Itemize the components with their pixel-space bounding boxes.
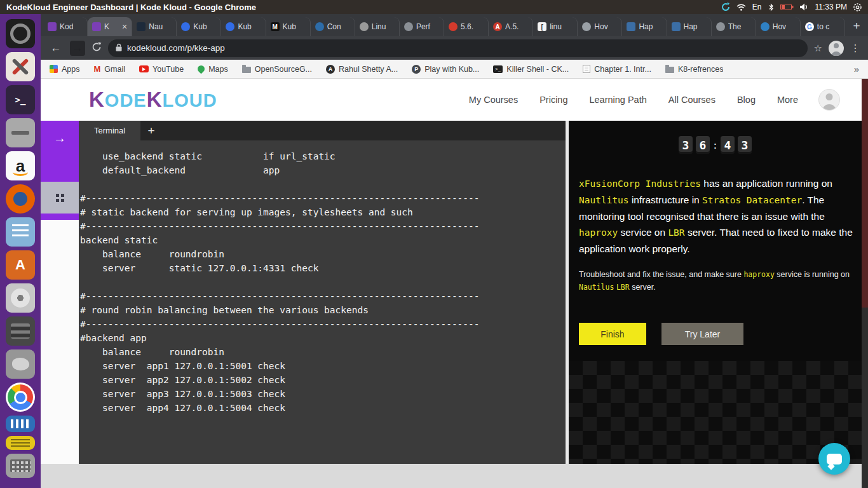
bookmark-item[interactable]: Chapter 1. Intr...	[583, 65, 651, 74]
app-icon-software-center[interactable]: A	[6, 250, 35, 280]
tab-title: to c	[817, 22, 840, 31]
tab-title: Kub	[283, 22, 306, 31]
battery-icon[interactable]	[780, 3, 794, 11]
url-text[interactable]: kodekloud.com/p/kke-app	[127, 43, 225, 53]
browser-toolbar: ← → kodekloud.com/p/kke-app ☆ ⋮	[41, 36, 868, 60]
terminal-new-tab-button[interactable]: +	[140, 121, 162, 140]
nav-blog[interactable]: Blog	[737, 95, 756, 105]
bookmark-item[interactable]: Apps	[50, 65, 80, 74]
drag-handle[interactable]	[41, 182, 79, 214]
user-avatar[interactable]	[818, 89, 840, 111]
bookmark-icon	[665, 67, 674, 73]
task-panel: 36:43 xFusionCorp Industries has an appl…	[569, 121, 862, 464]
browser-tab[interactable]: Kub	[177, 17, 221, 36]
bookmark-item[interactable]: ARahul Shetty A...	[326, 65, 398, 74]
app-icon-disks[interactable]	[6, 283, 35, 313]
session-menu-icon[interactable]	[853, 3, 862, 11]
scrollbar-thumb[interactable]	[862, 79, 868, 308]
bookmark-star-icon[interactable]: ☆	[814, 43, 822, 54]
browser-tab[interactable]: Hap	[622, 17, 667, 36]
nav-all-courses[interactable]: All Courses	[668, 95, 715, 105]
browser-tab[interactable]: Hov	[756, 17, 801, 36]
bluetooth-icon[interactable]	[768, 3, 774, 11]
browser-tab[interactable]: Hov	[578, 17, 622, 36]
desktop: KodeKloud Engineer Dashboard | Kode Klou…	[0, 0, 868, 488]
bookmark-label: Apps	[62, 65, 80, 74]
tab-title: Nau	[149, 22, 172, 31]
browser-tab[interactable]: The	[712, 17, 756, 36]
chat-widget-button[interactable]	[818, 443, 850, 475]
nav-pricing[interactable]: Pricing	[539, 95, 567, 105]
nav-more[interactable]: More	[777, 95, 798, 105]
bookmarks-overflow-icon[interactable]: »	[854, 64, 859, 74]
nav-my-courses[interactable]: My Courses	[469, 95, 518, 105]
app-icon-settings[interactable]	[6, 19, 35, 48]
address-bar[interactable]: kodekloud.com/p/kke-app	[108, 39, 808, 57]
browser-tab[interactable]: Linu	[355, 17, 400, 36]
tab-favicon	[404, 22, 413, 31]
terminal-line: balance roundrobin	[80, 345, 566, 359]
bookmark-item[interactable]: OpenSourceG...	[242, 65, 312, 74]
app-icon-image-tool[interactable]	[6, 349, 35, 379]
app-icon-text-editor[interactable]	[6, 217, 35, 247]
bookmark-item[interactable]: YouTube	[139, 65, 184, 74]
app-icon-firefox[interactable]	[6, 184, 35, 214]
kodekloud-logo[interactable]: KODEKLOUD	[89, 88, 217, 112]
tab-close-icon[interactable]: ×	[122, 22, 127, 31]
lock-icon[interactable]	[116, 43, 122, 53]
browser-tab[interactable]: Perf	[400, 17, 444, 36]
browser-menu-icon[interactable]: ⋮	[850, 42, 860, 54]
browser-tab[interactable]: Kub	[221, 17, 266, 36]
terminal-body[interactable]: use_backend static if url_static default…	[79, 140, 566, 464]
quiz-sidebar: →	[41, 121, 79, 220]
browser-tab[interactable]: 5.6.	[444, 17, 489, 36]
tab-title: Linu	[372, 22, 395, 31]
bookmark-item[interactable]: Maps	[198, 65, 228, 74]
page-scrollbar[interactable]	[862, 79, 868, 488]
browser-tab[interactable]: MKub	[266, 17, 311, 36]
back-button[interactable]: ←	[48, 43, 64, 53]
bookmark-item[interactable]: >_Killer Shell - CK...	[493, 65, 569, 74]
browser-tab[interactable]: Kod	[43, 17, 88, 36]
browser-tab[interactable]: Gto c	[801, 17, 845, 36]
language-indicator[interactable]: En	[752, 3, 762, 11]
tab-favicon	[92, 22, 101, 31]
bookmark-item[interactable]: MGmail	[94, 64, 126, 74]
app-icon-notes[interactable]	[6, 436, 35, 450]
bookmark-icon: P	[412, 65, 421, 74]
terminal-line: server app4 127.0.0.1:5004 check	[80, 401, 566, 415]
app-icon-drives[interactable]	[6, 316, 35, 346]
app-icon-amazon[interactable]: a	[6, 151, 35, 180]
browser-tab[interactable]: Con	[311, 17, 355, 36]
code-term: haproxy	[743, 270, 774, 279]
app-icon-monitor[interactable]	[6, 416, 35, 432]
sync-icon[interactable]	[721, 3, 730, 11]
nav-learning-path[interactable]: Learning Path	[589, 95, 646, 105]
terminal-line: balance roundrobin	[80, 247, 566, 261]
app-icon-chrome[interactable]	[6, 383, 35, 412]
terminal-tab[interactable]: Terminal	[79, 121, 140, 140]
forward-button[interactable]: →	[70, 41, 85, 56]
app-icon-terminal[interactable]: >_	[6, 85, 35, 114]
expand-panel-arrow-icon[interactable]: →	[41, 131, 79, 146]
browser-tab[interactable]: Hap	[667, 17, 712, 36]
browser-tab[interactable]: [linu	[533, 17, 578, 36]
browser-tab[interactable]: Nau	[132, 17, 177, 36]
app-icon-tools[interactable]	[6, 52, 35, 81]
app-icon-keyboard[interactable]	[6, 454, 35, 478]
browser-profile-avatar[interactable]	[829, 41, 844, 56]
browser-tab[interactable]: AA.5.	[489, 17, 533, 36]
wifi-icon[interactable]	[736, 3, 746, 11]
bookmark-label: YouTube	[153, 65, 184, 74]
volume-icon[interactable]	[800, 3, 809, 11]
try-later-button[interactable]: Try Later	[661, 323, 743, 345]
reload-button[interactable]	[92, 42, 102, 55]
finish-button[interactable]: Finish	[579, 323, 646, 345]
bookmark-item[interactable]: PPlay with Kub...	[412, 65, 479, 74]
app-icon-archive[interactable]	[6, 118, 35, 147]
text-run: infrastructure in	[629, 194, 702, 205]
browser-tab[interactable]: K×	[88, 17, 132, 36]
bookmark-item[interactable]: K8-refrences	[665, 65, 724, 74]
new-tab-button[interactable]: +	[848, 17, 865, 35]
clock[interactable]: 11:33 PM	[815, 3, 847, 11]
